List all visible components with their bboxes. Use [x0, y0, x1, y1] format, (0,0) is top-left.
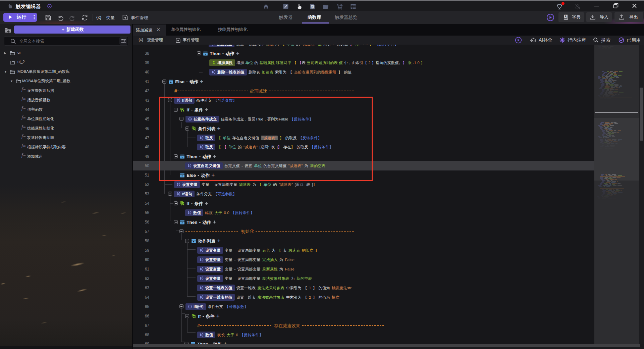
- svg-text:A: A: [565, 15, 567, 18]
- svg-text:UI: UI: [311, 5, 314, 8]
